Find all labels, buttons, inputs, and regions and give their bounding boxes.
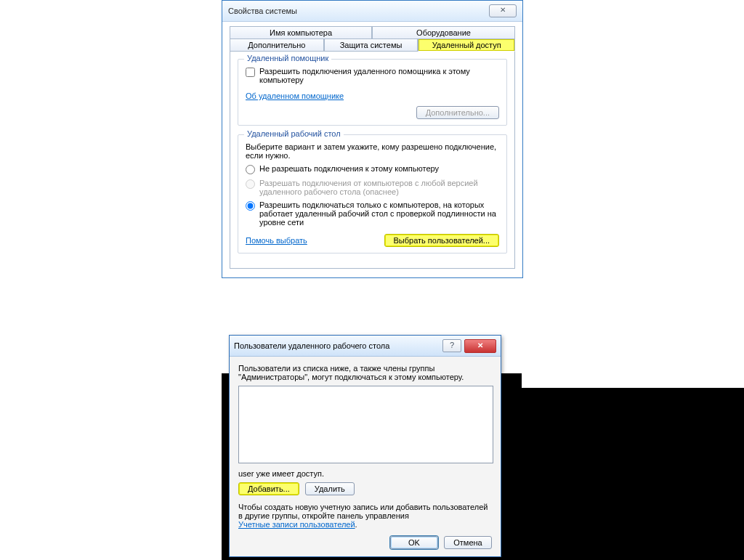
tab-remote[interactable]: Удаленный доступ bbox=[418, 38, 515, 52]
window-title-2: Пользователи удаленного рабочего стола bbox=[234, 341, 440, 350]
help-button[interactable]: ? bbox=[442, 339, 461, 352]
rd-option-any-version bbox=[246, 179, 255, 189]
users-instruction: Пользователи из списка ниже, а также чле… bbox=[238, 364, 492, 381]
rd-option-dont-allow[interactable] bbox=[246, 165, 255, 174]
allow-ra-label: Разрешить подключения удаленного помощни… bbox=[259, 67, 499, 84]
create-account-text: Чтобы создать новую учетную запись или д… bbox=[238, 503, 488, 520]
remote-assistance-group: Удаленный помощник Разрешить подключения… bbox=[238, 59, 507, 126]
cancel-button[interactable]: Отмена bbox=[444, 536, 492, 549]
tab-hardware[interactable]: Оборудование bbox=[372, 26, 515, 39]
window-title: Свойства системы bbox=[228, 7, 489, 15]
system-properties-window: Свойства системы ✕ Имя компьютера Оборуд… bbox=[222, 0, 523, 278]
access-note: user уже имеет доступ. bbox=[238, 469, 492, 478]
select-users-button[interactable]: Выбрать пользователей... bbox=[384, 234, 500, 247]
remote-tab-panel: Удаленный помощник Разрешить подключения… bbox=[230, 51, 515, 269]
help-choose-link[interactable]: Помочь выбрать bbox=[246, 236, 307, 245]
ra-advanced-button[interactable]: Дополнительно... bbox=[416, 106, 499, 119]
allow-ra-checkbox[interactable] bbox=[246, 68, 255, 77]
remove-button[interactable]: Удалить bbox=[305, 482, 355, 495]
titlebar-2: Пользователи удаленного рабочего стола ?… bbox=[230, 336, 501, 357]
close-button-2[interactable]: ✕ bbox=[464, 339, 496, 353]
remote-desktop-group: Удаленный рабочий стол Выберите вариант … bbox=[238, 134, 507, 253]
rd-option-dont-allow-label: Не разрешать подключения к этому компьют… bbox=[259, 164, 439, 173]
about-ra-link[interactable]: Об удаленном помощнике bbox=[246, 92, 344, 100]
remote-desktop-users-window: Пользователи удаленного рабочего стола ?… bbox=[229, 335, 501, 557]
group-title-remote-assistance: Удаленный помощник bbox=[244, 54, 331, 62]
ok-button[interactable]: OK bbox=[390, 536, 438, 549]
tab-computer-name[interactable]: Имя компьютера bbox=[230, 26, 372, 39]
tab-system-protection[interactable]: Защита системы bbox=[324, 38, 418, 52]
rd-option-nla[interactable] bbox=[246, 201, 255, 211]
close-button[interactable]: ✕ bbox=[489, 4, 517, 17]
add-button[interactable]: Добавить... bbox=[238, 482, 299, 495]
users-listbox[interactable] bbox=[238, 386, 493, 463]
rd-option-nla-label: Разрешить подключаться только с компьюте… bbox=[259, 200, 499, 227]
rd-instruction: Выберите вариант и затем укажите, кому р… bbox=[246, 142, 499, 160]
tab-advanced[interactable]: Дополнительно bbox=[230, 38, 324, 52]
user-accounts-link[interactable]: Учетные записи пользователей bbox=[238, 520, 355, 529]
group-title-remote-desktop: Удаленный рабочий стол bbox=[244, 129, 344, 138]
titlebar: Свойства системы ✕ bbox=[222, 1, 522, 22]
rd-option-any-version-label: Разрешать подключения от компьютеров с л… bbox=[259, 179, 499, 196]
